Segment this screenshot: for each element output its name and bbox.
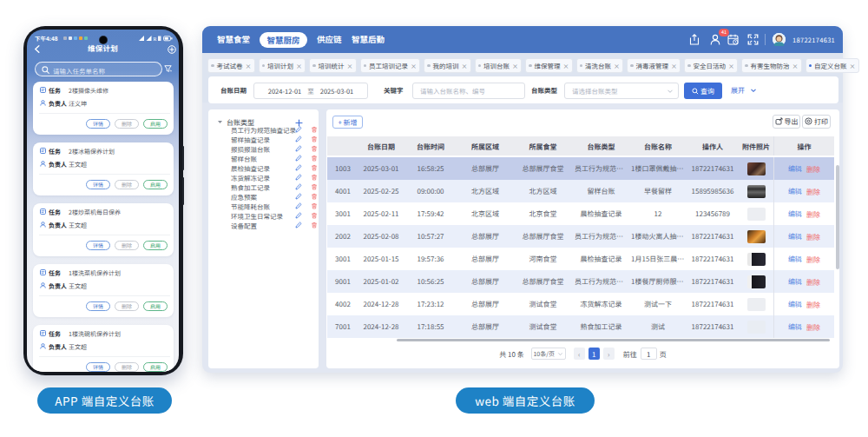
svg-text:R: R	[154, 35, 157, 42]
